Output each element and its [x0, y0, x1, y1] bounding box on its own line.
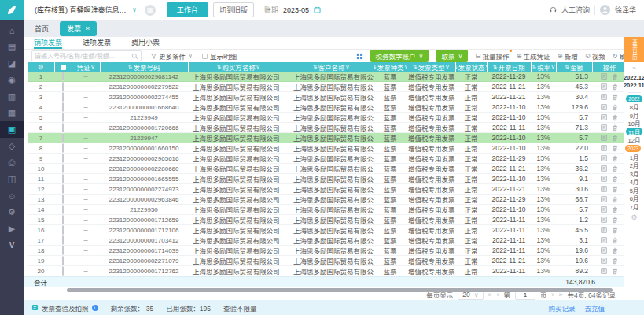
table-row[interactable]: 8--22312000000001660150上海思多励国际贸易有限公司上海思多…: [28, 143, 627, 154]
month-item-4月[interactable]: 4月: [626, 178, 642, 186]
delete-op-icon[interactable]: [612, 135, 618, 142]
delete-op-icon[interactable]: [612, 155, 618, 162]
column-header-金额[interactable]: ⇅金额: [556, 62, 592, 72]
row-checkbox[interactable]: [62, 225, 64, 235]
sort-icon[interactable]: ⇅: [532, 64, 536, 70]
sidebar-item-service[interactable]: ☺: [0, 187, 24, 204]
sidebar-item-settings[interactable]: ⚙: [0, 204, 24, 220]
voucher-op-icon[interactable]: [601, 73, 607, 80]
delete-op-icon[interactable]: [612, 237, 618, 244]
table-row[interactable]: 15--22312000000001712659上海思多励国际贸易有限公司上海思…: [28, 215, 627, 225]
month-item-9月[interactable]: 9月: [626, 111, 642, 119]
row-checkbox[interactable]: [62, 164, 64, 173]
column-header-操作[interactable]: 操作: [592, 62, 627, 72]
delete-op-icon[interactable]: [612, 247, 618, 254]
voucher-op-icon[interactable]: [601, 114, 607, 120]
month-item-11月[interactable]: 11月: [626, 128, 642, 135]
delete-op-icon[interactable]: [612, 268, 618, 275]
purchase-records-link[interactable]: 购买记录: [548, 303, 575, 313]
delete-op-icon[interactable]: [612, 258, 618, 265]
sort-icon[interactable]: ⇅: [413, 64, 418, 70]
delete-op-icon[interactable]: [612, 124, 618, 132]
month-item-3月[interactable]: 3月: [626, 169, 642, 177]
table-row[interactable]: 14--21229950上海思多励国际贸易有限公司上海思多励国际贸易有限公司蓝票…: [28, 205, 627, 215]
sidebar-item-assets[interactable]: ▦: [0, 105, 24, 121]
sidebar-item-funds[interactable]: ◉: [0, 72, 24, 88]
sidebar-item-inventory[interactable]: ◇: [0, 138, 24, 154]
period-item[interactable]: 2022.12: [624, 74, 644, 81]
row-checkbox[interactable]: [62, 123, 64, 132]
column-header-发票种类[interactable]: ⇅发票种类∇: [374, 62, 407, 72]
row-checkbox[interactable]: [62, 195, 64, 204]
row-checkbox[interactable]: [62, 102, 64, 112]
recharge-link[interactable]: 去充值: [584, 303, 605, 313]
delete-op-icon[interactable]: [612, 114, 618, 121]
table-row[interactable]: 10--22312000000002280660上海思多励国际贸易有限公司上海思…: [28, 164, 627, 174]
voucher-op-icon[interactable]: [601, 165, 607, 172]
voucher-op-icon[interactable]: [601, 268, 607, 274]
table-row[interactable]: 20--22312000000001712762上海思多励国际贸易有限公司上海思…: [28, 266, 627, 276]
table-row[interactable]: 1--22312000000029681142上海思多励国际贸易有限公司上海思多…: [28, 72, 627, 82]
voucher-op-icon[interactable]: [601, 83, 607, 90]
grid-apps-icon[interactable]: [356, 53, 363, 60]
subtab-销项发票[interactable]: 销项发票: [34, 37, 62, 49]
row-checkbox[interactable]: [62, 154, 64, 163]
more-filters-button[interactable]: 更多条件 ∨: [151, 51, 193, 61]
app-logo-icon[interactable]: [0, 0, 24, 20]
show-detail-checkbox[interactable]: [202, 54, 208, 59]
username[interactable]: 徐泽华: [615, 5, 636, 15]
column-header-凭证[interactable]: 凭证∇: [72, 62, 100, 72]
month-item-12月[interactable]: 12月: [626, 136, 642, 144]
month-item-6月[interactable]: 6月: [626, 195, 642, 202]
column-settings-header[interactable]: ⚙: [28, 62, 54, 72]
filter-icon[interactable]: ∇: [256, 64, 260, 70]
filter-icon[interactable]: ∇: [551, 64, 555, 70]
voucher-op-icon[interactable]: [601, 227, 607, 233]
select-all-header[interactable]: [54, 62, 72, 72]
table-row[interactable]: 3--22312000000002274455上海思多励国际贸易有限公司上海思多…: [28, 92, 627, 102]
voucher-op-icon[interactable]: [601, 196, 607, 202]
filter-icon[interactable]: ∇: [446, 64, 450, 70]
calendar-tab[interactable]: 开票日历: [624, 37, 644, 62]
tax-digital-account-button[interactable]: 税务数字账户 ∨: [370, 50, 429, 62]
search-input[interactable]: [35, 53, 131, 60]
voucher-op-icon[interactable]: [601, 104, 607, 110]
column-header-客户名称[interactable]: ⇅客户名称∇: [289, 62, 374, 72]
sidebar-item-voucher[interactable]: ▤: [0, 39, 24, 55]
table-row[interactable]: 16--22312000000001712106上海思多励国际贸易有限公司上海思…: [28, 225, 627, 235]
delete-op-icon[interactable]: [612, 217, 618, 224]
company-selector[interactable]: (库存核算) 直播啊淮泰信息技术股份...: [35, 5, 127, 15]
voucher-op-icon[interactable]: [601, 186, 607, 192]
voucher-op-icon[interactable]: [601, 206, 607, 213]
month-item-10月[interactable]: 10月: [626, 120, 642, 128]
sort-icon[interactable]: ⇅: [565, 64, 569, 70]
column-header-购买方名称[interactable]: ⇅购买方名称∇: [188, 62, 289, 72]
column-header-发票状态[interactable]: ⇅发票状态∇: [455, 62, 487, 72]
subtab-费用小票[interactable]: 费用小票: [131, 37, 160, 49]
table-row[interactable]: 6--22312000000001720666上海思多励国际贸易有限公司上海思多…: [28, 123, 627, 133]
delete-op-icon[interactable]: [612, 165, 618, 172]
table-row[interactable]: 18--22312000000001714039上海思多励国际贸易有限公司上海思…: [28, 246, 627, 256]
sort-icon[interactable]: ⇅: [374, 64, 377, 70]
row-checkbox[interactable]: [62, 113, 64, 122]
row-checkbox[interactable]: [62, 133, 64, 143]
calendar-icon[interactable]: [314, 6, 321, 13]
gear-icon[interactable]: ⚙: [38, 63, 44, 71]
calendar-settings-icon[interactable]: ⚙: [631, 213, 637, 221]
delete-op-icon[interactable]: [612, 73, 618, 80]
voucher-op-icon[interactable]: [601, 145, 607, 151]
sort-icon[interactable]: ⇅: [493, 64, 498, 70]
row-checkbox[interactable]: [62, 235, 64, 245]
voucher-op-icon[interactable]: [601, 258, 607, 264]
table-row[interactable]: 13--22312000000002963846上海思多励国际贸易有限公司上海思…: [28, 195, 627, 205]
row-checkbox[interactable]: [62, 82, 64, 91]
table-row[interactable]: 19--22312000000002271079上海思多励国际贸易有限公司上海思…: [28, 256, 627, 266]
row-checkbox[interactable]: [62, 205, 64, 214]
table-row[interactable]: 2--22312000000002279522上海思多励国际贸易有限公司上海思多…: [28, 82, 627, 92]
table-row[interactable]: 11--22312000000001665555上海思多励国际贸易有限公司上海思…: [28, 174, 627, 184]
table-row[interactable]: 4--22312000000001668640上海思多励国际贸易有限公司上海思多…: [28, 102, 627, 113]
voucher-op-icon[interactable]: [601, 176, 607, 182]
table-row[interactable]: 7--21229947上海思多励国际贸易有限公司上海思多励国际贸易有限公司蓝票增…: [28, 133, 627, 143]
subtab-进项发票[interactable]: 进项发票: [83, 37, 111, 49]
period-item[interactable]: 2022.11: [624, 82, 644, 89]
